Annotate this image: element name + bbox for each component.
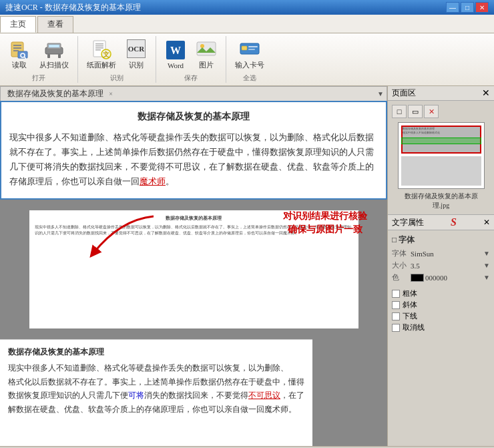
page-region-label: 页面区 <box>392 87 416 99</box>
font-size-label: 大小 <box>392 260 411 270</box>
panel-dropdown-arrow[interactable]: ▼ <box>377 90 384 97</box>
font-size-value: 3.5 <box>411 262 483 270</box>
italic-checkbox[interactable] <box>392 301 400 309</box>
font-size-dropdown[interactable]: ▼ <box>483 262 490 269</box>
selectall-buttons: 输入卡号 <box>232 36 268 72</box>
svg-rect-11 <box>58 54 61 58</box>
doc-tab-bar: 数据存储及恢复的基本原理 × ▼ <box>0 86 387 101</box>
annotation-container: 对识别结果进行核验 确保与原图片一致 <box>283 210 367 236</box>
svg-rect-1 <box>13 45 21 46</box>
font-face-value: SimSun <box>411 250 483 258</box>
font-face-label: 字体 <box>392 248 411 258</box>
toolbar-group-save: W Word 图片 保存 <box>162 36 226 83</box>
svg-rect-13 <box>95 43 103 45</box>
doc-tab-close[interactable]: × <box>106 89 115 99</box>
underline-row: 下线 <box>392 311 490 321</box>
scan-button[interactable]: 从扫描仪 <box>36 36 72 72</box>
open-group-label: 打开 <box>32 73 45 83</box>
toolbar-group-identify: 文 纸面解析 OCR 识别 识别 <box>83 36 156 83</box>
ocr-button[interactable]: OCR 识别 <box>122 36 150 72</box>
word-button[interactable]: W Word <box>162 37 190 71</box>
identify-buttons: 文 纸面解析 OCR 识别 <box>83 36 150 72</box>
recognized-title: 数据存储及恢复的基本原理 <box>9 109 378 125</box>
text-props-label: 文字属性 <box>392 217 424 228</box>
thumb-label: 数据存储及恢复的基本原理.jpg <box>392 192 490 210</box>
svg-rect-9 <box>49 45 59 47</box>
scan-label: 从扫描仪 <box>39 60 69 70</box>
text-props-content: □ 字体 字体 SimSun ▼ 大小 3.5 ▼ 色 000000 ▼ 粗体 <box>388 230 494 446</box>
paper-icon: 文 <box>91 38 112 59</box>
scan-preview: 数据存储及恢复的基本原理 现实中很多人不知道删除、格式化等硬盘操作丢失的数据可以… <box>0 200 387 339</box>
card-label: 输入卡号 <box>235 60 264 70</box>
app-title: 捷速OCR - 数据存储及恢复的基本原理 <box>5 2 141 13</box>
recognized-link1[interactable]: 魔术师 <box>140 176 166 186</box>
ocr-icon: OCR <box>126 38 147 59</box>
svg-rect-15 <box>95 47 103 49</box>
bold-row: 粗体 <box>392 288 490 298</box>
svg-rect-21 <box>197 42 216 55</box>
scan-icon <box>43 38 65 59</box>
bottom-para2: 格式化以后数据就不存在了。事实上，上述简单操作后数据仍然存在于硬盘中，懂得 <box>8 375 304 389</box>
svg-text:文: 文 <box>103 51 109 58</box>
close-button[interactable]: ✕ <box>475 2 489 13</box>
toolbar: 读取 从扫描仪 打开 <box>0 33 494 86</box>
pr-btn-square1[interactable]: □ <box>392 105 407 118</box>
font-color-value: 000000 <box>425 274 483 282</box>
bottom-para1: 现实中很多人不知道删除、格式化等硬盘操作丢失的数据可以恢复，以为删除、 <box>8 361 304 375</box>
maximize-button[interactable]: □ <box>461 2 474 13</box>
bold-checkbox[interactable] <box>392 290 400 298</box>
paper-label: 纸面解析 <box>87 60 116 70</box>
svg-text:W: W <box>170 45 181 56</box>
paper-button[interactable]: 文 纸面解析 <box>83 36 119 72</box>
minimize-button[interactable]: — <box>446 2 459 13</box>
page-region-header: 页面区 ✕ <box>388 86 494 101</box>
pr-btn-square2[interactable]: ▭ <box>408 105 423 118</box>
svg-rect-26 <box>248 49 255 50</box>
tab-view[interactable]: 查看 <box>37 16 73 33</box>
pr-btn-delete[interactable]: ✕ <box>424 105 439 118</box>
card-button[interactable]: 输入卡号 <box>232 36 268 72</box>
center-panel: 数据存储及恢复的基本原理 × ▼ 数据存储及恢复的基本原理 现实中很多人不知道删… <box>0 86 387 446</box>
annotation-text: 对识别结果进行核验 确保与原图片一致 <box>283 210 367 236</box>
page-region-close-icon[interactable]: ✕ <box>482 87 490 99</box>
ocr-label: 识别 <box>129 60 144 70</box>
selectall-group-label: 全选 <box>243 73 256 83</box>
identify-group-label: 识别 <box>110 73 123 83</box>
title-bar: 捷速OCR - 数据存储及恢复的基本原理 — □ ✕ <box>0 0 494 15</box>
highlight-possible: 可将 <box>128 391 144 400</box>
bottom-para3: 数据恢复原理知识的人只需几下便可将消失的数据找回来，不要觉得不可思议，在了 <box>8 389 304 402</box>
bold-label: 粗体 <box>403 288 417 298</box>
img-label: 图片 <box>199 60 214 70</box>
font-section-label: □ 字体 <box>392 234 490 246</box>
bottom-content: 数据存储及恢复的基本原理 现实中很多人不知道删除、格式化等硬盘操作丢失的数据可以… <box>0 339 312 446</box>
read-label: 读取 <box>12 60 27 70</box>
tab-home[interactable]: 主页 <box>0 16 36 33</box>
doc-tab[interactable]: 数据存储及恢复的基本原理 × <box>3 88 119 99</box>
thumb-bottom <box>401 156 481 186</box>
underline-label: 下线 <box>403 311 417 321</box>
word-label: Word <box>168 61 184 69</box>
font-color-dropdown[interactable]: ▼ <box>483 274 490 281</box>
font-face-row: 字体 SimSun ▼ <box>392 248 490 258</box>
open-buttons: 读取 从扫描仪 <box>5 36 72 72</box>
font-face-dropdown[interactable]: ▼ <box>483 250 490 257</box>
strikethrough-checkbox[interactable] <box>392 324 400 332</box>
recognized-paragraph: 现实中很多人不知道删除、格式化等硬盘操作丢失的数据可以恢复，以为删除、格式化以后… <box>9 130 378 189</box>
img-button[interactable]: 图片 <box>192 36 220 72</box>
word-icon: W <box>165 39 186 61</box>
text-props-close-icon[interactable]: ✕ <box>483 218 490 228</box>
page-region-toolbar: □ ▭ ✕ <box>392 105 490 118</box>
font-color-label: 色 <box>392 272 411 282</box>
strikethrough-label: 取消线 <box>403 322 425 332</box>
underline-checkbox[interactable] <box>392 312 400 320</box>
toolbar-group-selectall: 输入卡号 全选 <box>232 36 273 83</box>
page-region-content: □ ▭ ✕ 数据存储及恢复的基本原理 现实中很多人不知道删除格式化 <box>388 101 494 214</box>
text-props-icon: S <box>451 216 457 228</box>
window-controls: — □ ✕ <box>446 2 489 13</box>
svg-rect-2 <box>13 47 21 49</box>
read-button[interactable]: 读取 <box>5 36 33 72</box>
italic-row: 斜体 <box>392 300 490 310</box>
save-group-label: 保存 <box>184 73 198 83</box>
italic-label: 斜体 <box>403 300 417 310</box>
bottom-title: 数据存储及恢复的基本原理 <box>8 345 304 359</box>
